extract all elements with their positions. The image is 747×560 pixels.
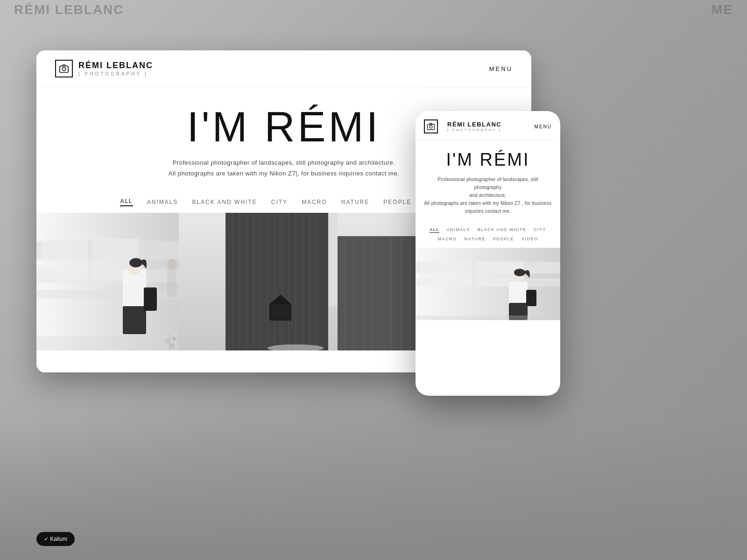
filter-macro[interactable]: MACRO (302, 199, 327, 205)
svg-point-17 (165, 339, 169, 343)
mobile-logo-area[interactable]: RÉMI LEBLANC [ PHOTOGRAPHY ] (424, 119, 501, 133)
camera-icon (55, 60, 73, 77)
mobile-filter-bw[interactable]: BLACK AND WHITE (478, 227, 527, 233)
mobile-logo-subtitle: [ PHOTOGRAPHY ] (447, 128, 501, 132)
logo-subtitle: [ PHOTOGRAPHY ] (78, 71, 153, 77)
svg-rect-47 (328, 213, 338, 306)
svg-rect-9 (123, 306, 146, 334)
mobile-logo-name: RÉMI LEBLANC (447, 121, 501, 128)
mobile-filter-city[interactable]: CITY (534, 227, 546, 233)
svg-rect-5 (36, 290, 179, 299)
mobile-menu-button[interactable]: MENU (535, 124, 552, 129)
desktop-photo-person[interactable] (36, 213, 179, 350)
svg-rect-61 (416, 315, 560, 320)
mobile-filter-all[interactable]: ALL (430, 227, 439, 233)
svg-rect-54 (420, 261, 472, 287)
kalium-badge: ✓ Kalium (36, 532, 75, 546)
mobile-filter-people[interactable]: PEOPLE (493, 237, 514, 241)
svg-point-13 (167, 259, 176, 270)
filter-nature[interactable]: NATURE (341, 199, 369, 205)
filter-people[interactable]: PEOPLE (383, 199, 411, 205)
svg-point-57 (514, 269, 525, 276)
filter-animals[interactable]: ANIMALS (147, 199, 178, 205)
mobile-camera-icon (424, 119, 438, 133)
mobile-hero-title: I'M RÉMI (424, 150, 552, 170)
desktop-header: RÉMI LEBLANC [ PHOTOGRAPHY ] MENU (36, 50, 531, 87)
filter-all[interactable]: ALL (120, 198, 133, 206)
mobile-filter-nav: ALL ANIMALS BLACK AND WHITE CITY MACRO N… (416, 221, 560, 246)
mobile-filter-animals[interactable]: ANIMALS (447, 227, 470, 233)
bg-device-overlay (0, 420, 747, 560)
mobile-logo-text-area: RÉMI LEBLANC [ PHOTOGRAPHY ] (447, 121, 501, 132)
svg-rect-10 (144, 287, 157, 311)
svg-point-18 (172, 337, 176, 341)
svg-rect-15 (36, 336, 179, 350)
svg-rect-35 (270, 304, 291, 320)
mobile-card: RÉMI LEBLANC [ PHOTOGRAPHY ] MENU I'M RÉ… (416, 111, 560, 396)
mobile-photo-person[interactable] (416, 248, 560, 320)
logo-name: RÉMI LEBLANC (78, 61, 153, 70)
svg-rect-60 (526, 290, 536, 306)
mobile-hero: I'M RÉMI Professional photographer of la… (416, 140, 560, 221)
svg-rect-37 (338, 236, 422, 350)
logo-text-area: RÉMI LEBLANC [ PHOTOGRAPHY ] (78, 61, 153, 77)
mobile-filter-macro[interactable]: MACRO (438, 237, 457, 241)
svg-point-12 (129, 258, 142, 267)
svg-rect-21 (226, 213, 328, 350)
filter-black-and-white[interactable]: BLACK AND WHITE (192, 199, 257, 205)
svg-point-50 (430, 126, 432, 128)
bg-text-right: ME (712, 2, 733, 17)
svg-rect-8 (123, 269, 146, 311)
bg-text-left: RÉMI LEBLANC (14, 2, 124, 17)
desktop-menu-button[interactable]: MENU (489, 65, 513, 72)
mobile-filter-nature[interactable]: NATURE (465, 237, 486, 241)
svg-point-16 (169, 343, 175, 349)
mobile-filter-video[interactable]: VIDEO (521, 237, 538, 241)
mobile-hero-description: Professional photographer of landscapes,… (424, 175, 552, 215)
filter-city[interactable]: CITY (271, 199, 288, 205)
mobile-header: RÉMI LEBLANC [ PHOTOGRAPHY ] MENU (416, 111, 560, 140)
svg-rect-14 (167, 269, 176, 297)
svg-point-1 (62, 67, 65, 70)
desktop-logo-area[interactable]: RÉMI LEBLANC [ PHOTOGRAPHY ] (55, 60, 153, 77)
svg-rect-6 (41, 238, 88, 280)
